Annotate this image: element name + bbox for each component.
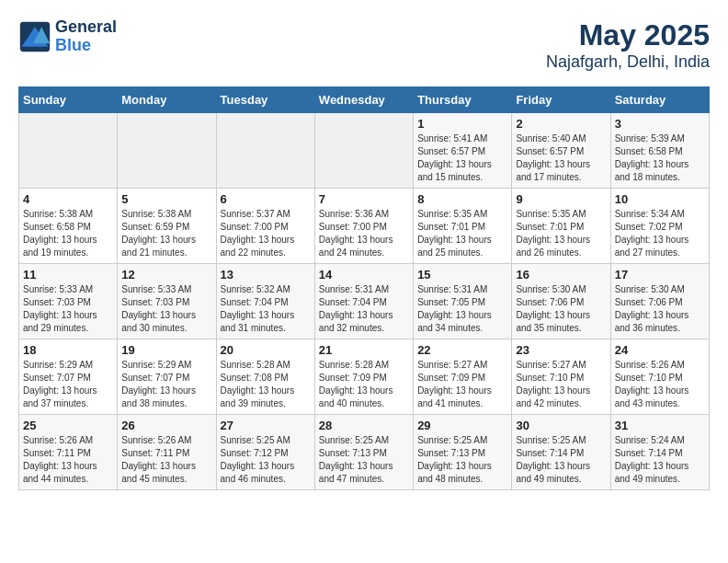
calendar-day-cell: 13Sunrise: 5:32 AM Sunset: 7:04 PM Dayli… — [216, 264, 314, 339]
day-number: 13 — [221, 268, 311, 282]
day-of-week-header: Sunday — [19, 87, 118, 113]
calendar-body: 1Sunrise: 5:41 AM Sunset: 6:57 PM Daylig… — [19, 113, 710, 490]
calendar-title: May 2025 — [546, 18, 710, 52]
calendar-day-cell: 6Sunrise: 5:37 AM Sunset: 7:00 PM Daylig… — [216, 189, 314, 264]
day-of-week-header: Saturday — [610, 87, 709, 113]
day-number: 3 — [615, 117, 705, 131]
logo-text: General Blue — [55, 18, 117, 55]
day-number: 10 — [615, 192, 705, 206]
day-info: Sunrise: 5:27 AM Sunset: 7:09 PM Dayligh… — [417, 359, 507, 410]
calendar-day-cell: 2Sunrise: 5:40 AM Sunset: 6:57 PM Daylig… — [512, 113, 610, 189]
calendar-day-cell: 26Sunrise: 5:26 AM Sunset: 7:11 PM Dayli… — [118, 415, 216, 490]
day-number: 15 — [417, 268, 507, 282]
calendar-day-cell: 28Sunrise: 5:25 AM Sunset: 7:13 PM Dayli… — [314, 415, 413, 490]
calendar-day-cell: 21Sunrise: 5:28 AM Sunset: 7:09 PM Dayli… — [314, 339, 413, 415]
calendar-day-cell: 18Sunrise: 5:29 AM Sunset: 7:07 PM Dayli… — [19, 339, 118, 415]
calendar-header: SundayMondayTuesdayWednesdayThursdayFrid… — [19, 87, 710, 113]
logo: General Blue — [18, 18, 117, 55]
calendar-day-cell: 29Sunrise: 5:25 AM Sunset: 7:13 PM Dayli… — [414, 415, 512, 490]
calendar-week-row: 18Sunrise: 5:29 AM Sunset: 7:07 PM Dayli… — [19, 339, 710, 415]
logo-icon — [18, 20, 51, 53]
day-info: Sunrise: 5:25 AM Sunset: 7:12 PM Dayligh… — [221, 434, 311, 486]
day-info: Sunrise: 5:24 AM Sunset: 7:14 PM Dayligh… — [615, 434, 705, 486]
day-of-week-header: Thursday — [414, 87, 512, 113]
day-info: Sunrise: 5:29 AM Sunset: 7:07 PM Dayligh… — [121, 359, 211, 410]
day-info: Sunrise: 5:31 AM Sunset: 7:05 PM Dayligh… — [417, 283, 507, 335]
day-number: 16 — [516, 268, 606, 282]
calendar-week-row: 1Sunrise: 5:41 AM Sunset: 6:57 PM Daylig… — [19, 113, 710, 189]
day-of-week-header: Wednesday — [314, 87, 413, 113]
calendar-subtitle: Najafgarh, Delhi, India — [546, 52, 710, 72]
day-number: 26 — [121, 419, 211, 432]
calendar-day-cell: 3Sunrise: 5:39 AM Sunset: 6:58 PM Daylig… — [610, 113, 709, 189]
day-info: Sunrise: 5:30 AM Sunset: 7:06 PM Dayligh… — [615, 283, 705, 335]
day-number: 8 — [417, 192, 507, 206]
calendar-day-cell — [19, 113, 118, 189]
calendar-day-cell: 23Sunrise: 5:27 AM Sunset: 7:10 PM Dayli… — [512, 339, 610, 415]
day-info: Sunrise: 5:25 AM Sunset: 7:13 PM Dayligh… — [417, 434, 507, 486]
day-info: Sunrise: 5:40 AM Sunset: 6:57 PM Dayligh… — [516, 132, 606, 184]
calendar-day-cell — [216, 113, 314, 189]
day-info: Sunrise: 5:26 AM Sunset: 7:11 PM Dayligh… — [23, 434, 113, 486]
calendar-day-cell: 4Sunrise: 5:38 AM Sunset: 6:58 PM Daylig… — [19, 189, 118, 264]
day-info: Sunrise: 5:36 AM Sunset: 7:00 PM Dayligh… — [319, 208, 409, 259]
title-block: May 2025 Najafgarh, Delhi, India — [546, 18, 710, 72]
calendar-day-cell: 9Sunrise: 5:35 AM Sunset: 7:01 PM Daylig… — [512, 189, 610, 264]
calendar-day-cell: 8Sunrise: 5:35 AM Sunset: 7:01 PM Daylig… — [414, 189, 512, 264]
calendar-day-cell — [314, 113, 413, 189]
day-number: 4 — [23, 192, 113, 206]
day-number: 19 — [121, 343, 211, 357]
day-number: 24 — [615, 343, 705, 357]
calendar-table: SundayMondayTuesdayWednesdayThursdayFrid… — [18, 86, 710, 490]
day-number: 27 — [221, 419, 311, 432]
day-number: 22 — [417, 343, 507, 357]
day-number: 21 — [319, 343, 409, 357]
day-info: Sunrise: 5:38 AM Sunset: 6:59 PM Dayligh… — [121, 208, 211, 259]
calendar-week-row: 25Sunrise: 5:26 AM Sunset: 7:11 PM Dayli… — [19, 415, 710, 490]
day-number: 20 — [221, 343, 311, 357]
day-info: Sunrise: 5:25 AM Sunset: 7:14 PM Dayligh… — [516, 434, 606, 486]
day-info: Sunrise: 5:25 AM Sunset: 7:13 PM Dayligh… — [319, 434, 409, 486]
day-number: 28 — [319, 419, 409, 432]
day-info: Sunrise: 5:26 AM Sunset: 7:11 PM Dayligh… — [121, 434, 211, 486]
day-info: Sunrise: 5:28 AM Sunset: 7:09 PM Dayligh… — [319, 359, 409, 410]
day-number: 5 — [121, 192, 211, 206]
calendar-week-row: 4Sunrise: 5:38 AM Sunset: 6:58 PM Daylig… — [19, 189, 710, 264]
page-header: General Blue May 2025 Najafgarh, Delhi, … — [18, 18, 710, 72]
calendar-day-cell: 7Sunrise: 5:36 AM Sunset: 7:00 PM Daylig… — [314, 189, 413, 264]
day-number: 18 — [23, 343, 113, 357]
day-number: 12 — [121, 268, 211, 282]
day-number: 7 — [319, 192, 409, 206]
calendar-day-cell: 31Sunrise: 5:24 AM Sunset: 7:14 PM Dayli… — [610, 415, 709, 490]
day-info: Sunrise: 5:30 AM Sunset: 7:06 PM Dayligh… — [516, 283, 606, 335]
calendar-day-cell: 16Sunrise: 5:30 AM Sunset: 7:06 PM Dayli… — [512, 264, 610, 339]
calendar-day-cell: 24Sunrise: 5:26 AM Sunset: 7:10 PM Dayli… — [610, 339, 709, 415]
calendar-day-cell: 19Sunrise: 5:29 AM Sunset: 7:07 PM Dayli… — [118, 339, 216, 415]
day-number: 1 — [417, 117, 507, 131]
calendar-day-cell: 15Sunrise: 5:31 AM Sunset: 7:05 PM Dayli… — [414, 264, 512, 339]
calendar-day-cell: 14Sunrise: 5:31 AM Sunset: 7:04 PM Dayli… — [314, 264, 413, 339]
day-number: 2 — [516, 117, 606, 131]
day-number: 9 — [516, 192, 606, 206]
day-number: 25 — [23, 419, 113, 432]
day-info: Sunrise: 5:31 AM Sunset: 7:04 PM Dayligh… — [319, 283, 409, 335]
day-info: Sunrise: 5:26 AM Sunset: 7:10 PM Dayligh… — [615, 359, 705, 410]
calendar-day-cell — [118, 113, 216, 189]
calendar-week-row: 11Sunrise: 5:33 AM Sunset: 7:03 PM Dayli… — [19, 264, 710, 339]
day-number: 31 — [615, 419, 705, 432]
calendar-day-cell: 10Sunrise: 5:34 AM Sunset: 7:02 PM Dayli… — [610, 189, 709, 264]
day-info: Sunrise: 5:41 AM Sunset: 6:57 PM Dayligh… — [417, 132, 507, 184]
day-info: Sunrise: 5:34 AM Sunset: 7:02 PM Dayligh… — [615, 208, 705, 259]
day-number: 17 — [615, 268, 705, 282]
day-of-week-header: Monday — [118, 87, 216, 113]
day-info: Sunrise: 5:28 AM Sunset: 7:08 PM Dayligh… — [221, 359, 311, 410]
day-info: Sunrise: 5:32 AM Sunset: 7:04 PM Dayligh… — [221, 283, 311, 335]
day-number: 14 — [319, 268, 409, 282]
day-info: Sunrise: 5:29 AM Sunset: 7:07 PM Dayligh… — [23, 359, 113, 410]
day-number: 23 — [516, 343, 606, 357]
day-info: Sunrise: 5:38 AM Sunset: 6:58 PM Dayligh… — [23, 208, 113, 259]
day-info: Sunrise: 5:39 AM Sunset: 6:58 PM Dayligh… — [615, 132, 705, 184]
calendar-day-cell: 11Sunrise: 5:33 AM Sunset: 7:03 PM Dayli… — [19, 264, 118, 339]
calendar-day-cell: 30Sunrise: 5:25 AM Sunset: 7:14 PM Dayli… — [512, 415, 610, 490]
day-of-week-header: Tuesday — [216, 87, 314, 113]
